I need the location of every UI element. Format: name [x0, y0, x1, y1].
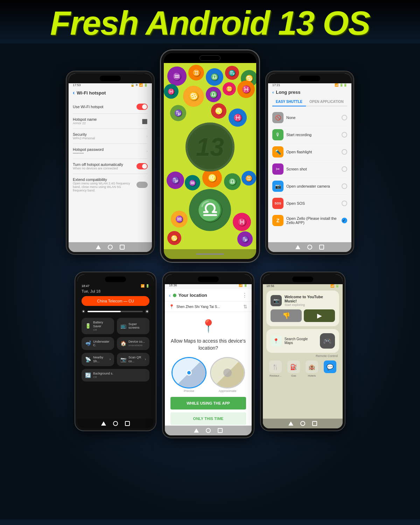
- lp-record-item[interactable]: 🎙 Start recording: [272, 126, 347, 144]
- underwater-radio[interactable]: [342, 183, 347, 189]
- qs-tile-bg[interactable]: 🔄 Background s.Off: [82, 369, 149, 382]
- recents-nav-bc[interactable]: [218, 428, 223, 433]
- recents-nav-bl[interactable]: [125, 421, 130, 426]
- back-nav-bl[interactable]: [101, 421, 106, 426]
- only-this-time-btn[interactable]: ONLY THIS TIME: [170, 412, 246, 425]
- extend-label: Extend compatibility: [73, 177, 134, 182]
- turn-off-row[interactable]: Turn off hotspot automatically When no d…: [73, 159, 148, 174]
- while-using-btn[interactable]: WHILE USING THE APP: [170, 397, 246, 410]
- maps-back-icon[interactable]: ‹: [169, 293, 171, 298]
- yt-btn-gray[interactable]: 👎: [271, 309, 302, 322]
- flashlight-radio[interactable]: [342, 149, 347, 155]
- yt-buttons: 👎 ▶: [271, 309, 335, 322]
- turn-off-toggle[interactable]: [136, 163, 148, 169]
- use-wifi-toggle[interactable]: [136, 104, 148, 110]
- back-icon[interactable]: ‹: [73, 90, 75, 96]
- device-sub: unavailable: [128, 344, 145, 347]
- more-icon[interactable]: ⋮: [242, 292, 247, 299]
- security-row[interactable]: Security WPA2-Personal ›: [73, 129, 148, 144]
- battery-saver-icon: 🔋: [85, 323, 91, 329]
- hotspot-password-row[interactable]: Hotspot password •••••••••• ›: [73, 144, 148, 159]
- home-nav[interactable]: [108, 245, 113, 250]
- qs-tile-qr[interactable]: 📷 Scan QR co... ›: [117, 353, 149, 366]
- screenshot-radio[interactable]: [342, 166, 347, 172]
- chat-icon-item[interactable]: 💬: [324, 360, 336, 377]
- home-nav-r[interactable]: [307, 245, 312, 250]
- qs-tile-underwater[interactable]: 🤿 Underwater C.: [82, 337, 114, 350]
- youtube-music-widget[interactable]: 📷 Welcome to YouTube Music! Start explor…: [266, 290, 339, 326]
- nearby-icon: 📡: [85, 357, 91, 362]
- screenshot-label: Screen shot: [286, 167, 339, 171]
- qs-tile-device[interactable]: 🏠 Device co...unavailable: [117, 337, 149, 350]
- use-wifi-hotspot-row[interactable]: Use Wi-Fi hotspot: [73, 100, 148, 114]
- lp-none-item[interactable]: 🚫 None: [272, 109, 347, 126]
- qs-tile-nearby[interactable]: 📡 Nearby Sh... ›: [82, 353, 114, 366]
- hotspot-password-value: ••••••••••: [73, 152, 104, 155]
- zodiac-bubble: ♑: [237, 231, 253, 247]
- approx-circle[interactable]: [210, 357, 245, 388]
- use-wifi-label: Use Wi-Fi hotspot: [73, 105, 103, 109]
- lp-flashlight-item[interactable]: 🔦 Open flashlight: [272, 144, 347, 161]
- record-radio[interactable]: [342, 132, 347, 138]
- zello-radio[interactable]: ✓: [342, 218, 347, 223]
- easy-shuttle-tab[interactable]: EASY SHUTTLE: [272, 98, 306, 106]
- home-nav-bc[interactable]: [206, 428, 211, 433]
- zello-icon: Z: [272, 215, 284, 226]
- qs-tile-battery[interactable]: 🔋 Battery SaverOff: [82, 318, 114, 334]
- yt-btn-green[interactable]: ▶: [304, 309, 335, 322]
- recents-nav-br[interactable]: [312, 421, 317, 426]
- home-nav-br[interactable]: [300, 421, 305, 426]
- lp-underwater-item[interactable]: 📷 Open underwater camera: [272, 178, 347, 195]
- gas-icon-item[interactable]: ⛽ Gas: [287, 360, 300, 377]
- precise-circle[interactable]: [172, 357, 206, 388]
- hotspot-name-row[interactable]: Hotspot name Armor 22 ▦: [73, 114, 148, 129]
- bottom-phone-row: 18:47 📶 🔋 Tue, Jul 18 China Telecom — CU…: [0, 272, 420, 438]
- lp-sos-item[interactable]: SOS Open SOS: [272, 195, 347, 212]
- right-nav-bar: [268, 242, 351, 252]
- hotels-icon-item[interactable]: 🏨 Hotels: [306, 360, 318, 377]
- phone-left: 17:53 🔒 ✈ 📶 🔋 ‹ Wi-Fi hotspot Use Wi-Fi …: [66, 71, 154, 254]
- maps-location-bar: 📍 Shen Zhen Shi Yang Tai S... ⇅: [165, 302, 252, 312]
- zodiac-bubble: ♎: [206, 87, 221, 102]
- remote-icon[interactable]: 🎮: [320, 333, 335, 349]
- lp-screenshot-item[interactable]: ✂ Screen shot: [272, 161, 347, 178]
- security-label: Security: [73, 132, 95, 136]
- yt-icons: 📶 🔋: [330, 284, 339, 288]
- back-nav-r[interactable]: [295, 245, 300, 249]
- approx-pin: [223, 369, 232, 377]
- underwater-icon: 📷: [272, 181, 284, 192]
- phone-bottom-left: 18:47 📶 🔋 Tue, Jul 18 China Telecom — CU…: [75, 272, 156, 430]
- yt-sub: Start exploring: [285, 303, 335, 307]
- underwater-cam-icon: 🤿: [85, 341, 91, 346]
- yt-widget-header: 📷 Welcome to YouTube Music! Start explor…: [271, 295, 335, 307]
- qr-icon: ▦: [142, 117, 148, 125]
- swap-icon[interactable]: ⇅: [243, 304, 247, 309]
- open-app-tab[interactable]: OPEN APPLICATION: [306, 98, 347, 106]
- nav-bar: [69, 242, 152, 252]
- extend-row[interactable]: Extend compatibility Open menu using WLA…: [73, 174, 148, 196]
- back-nav[interactable]: [96, 245, 101, 249]
- phones-area: 17:53 🔒 ✈ 📶 🔋 ‹ Wi-Fi hotspot Use Wi-Fi …: [0, 43, 420, 519]
- extend-toggle[interactable]: [136, 182, 148, 188]
- zodiac-bubble: ♋: [183, 86, 204, 107]
- underwater-label: Open underwater camera: [286, 184, 339, 188]
- lp-zello-item[interactable]: Z Open Zello (Please install the Zello A…: [272, 212, 347, 229]
- lp-back-icon[interactable]: ‹: [272, 90, 274, 95]
- qs-tile-superscreen[interactable]: 📺 Super screens: [117, 318, 149, 334]
- brightness-bar[interactable]: [88, 311, 143, 312]
- qr-scan-icon: 📷: [120, 357, 126, 362]
- recents-nav-r[interactable]: [319, 245, 324, 250]
- home-nav-bl[interactable]: [113, 421, 118, 426]
- recents-nav[interactable]: [120, 245, 125, 250]
- none-radio[interactable]: [342, 115, 347, 120]
- restaurant-icon-item[interactable]: 🍴 Restaur...: [269, 360, 282, 377]
- back-nav-br[interactable]: [288, 421, 293, 426]
- zodiac-bubble: ♌: [211, 103, 226, 119]
- maps-time: 18:36: [169, 284, 177, 287]
- device-icon: 🏠: [120, 341, 126, 346]
- sos-radio[interactable]: [342, 201, 347, 206]
- zodiac-bubble: ♊: [223, 82, 236, 96]
- maps-search-widget[interactable]: 📍 Search Google Maps 🎮: [266, 329, 339, 353]
- back-nav-bc[interactable]: [194, 428, 199, 433]
- zodiac-bubble: ♓: [233, 213, 251, 231]
